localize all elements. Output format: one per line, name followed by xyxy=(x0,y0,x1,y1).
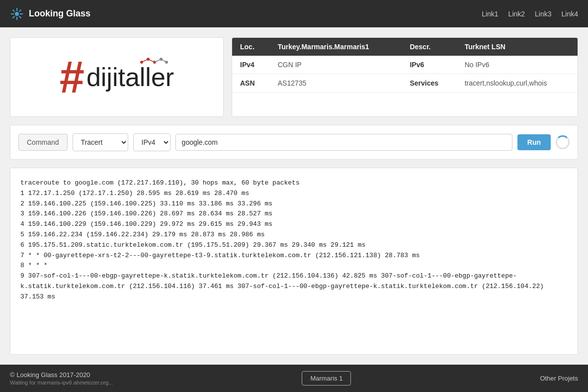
svg-line-15 xyxy=(148,59,155,62)
svg-line-7 xyxy=(19,9,21,11)
row1-col4: No IPv6 xyxy=(457,56,578,74)
logo-content: # dijitaller xyxy=(60,55,174,99)
nav-link4[interactable]: Link4 xyxy=(562,10,578,18)
svg-line-16 xyxy=(155,59,161,62)
table-row: ASN AS12735 Services tracert,nslookup,cu… xyxy=(232,74,578,93)
brand: Looking Glass xyxy=(10,7,90,21)
svg-point-0 xyxy=(15,12,19,16)
footer-right: Other Projets xyxy=(540,375,578,382)
logo-box: # dijitaller xyxy=(10,37,224,117)
svg-line-14 xyxy=(142,59,148,62)
logo-icon xyxy=(10,7,24,21)
info-table: Loc. Turkey.Marmaris.Marmaris1 Descr. Tu… xyxy=(232,38,578,93)
row2-col2: AS12735 xyxy=(270,74,402,93)
col-descr: Descr. xyxy=(402,38,456,56)
header: Looking Glass Link1 Link2 Link3 Link4 xyxy=(0,0,588,27)
marmaris-badge[interactable]: Marmaris 1 xyxy=(302,371,351,386)
command-bar: Command Tracert NSLookup Curl Whois IPv4… xyxy=(10,125,578,160)
row1-col1: IPv4 xyxy=(232,56,270,74)
hash-symbol: # xyxy=(60,55,84,99)
nav-link1[interactable]: Link1 xyxy=(482,10,498,18)
brand-name: dijitaller xyxy=(86,64,174,90)
main-content: # dijitaller xyxy=(0,27,588,365)
row2-col1: ASN xyxy=(232,74,270,93)
svg-line-6 xyxy=(19,16,21,18)
col-location-val: Turkey.Marmaris.Marmaris1 xyxy=(270,38,402,56)
svg-line-17 xyxy=(161,59,167,62)
command-type-select[interactable]: Tracert NSLookup Curl Whois xyxy=(73,133,128,151)
svg-line-8 xyxy=(13,16,15,18)
output-area: traceroute to google.com (172.217.169.11… xyxy=(10,168,578,355)
table-row: IPv4 CGN IP IPv6 No IPv6 xyxy=(232,56,578,74)
svg-line-5 xyxy=(13,9,15,11)
nav-link3[interactable]: Link3 xyxy=(535,10,551,18)
header-nav: Link1 Link2 Link3 Link4 xyxy=(482,10,578,18)
col-descr-val: Turknet LSN xyxy=(457,38,578,56)
footer-left: © Looking Glass 2017-2020 Waiting for ma… xyxy=(10,371,113,386)
run-button[interactable]: Run xyxy=(517,134,551,150)
row2-col3: Services xyxy=(402,74,456,93)
footer-center: Marmaris 1 xyxy=(302,371,351,386)
command-target-input[interactable] xyxy=(175,134,512,151)
row1-col3: IPv6 xyxy=(402,56,456,74)
info-table-wrapper: Loc. Turkey.Marmaris.Marmaris1 Descr. Tu… xyxy=(232,37,578,117)
footer: © Looking Glass 2017-2020 Waiting for ma… xyxy=(0,365,588,392)
col-loc: Loc. xyxy=(232,38,270,56)
command-label: Command xyxy=(18,134,68,151)
dots-decoration-icon xyxy=(139,57,169,67)
footer-waiting: Waiting for marmaris-ipv6.ahmetozer.org.… xyxy=(10,380,113,386)
row2-col4: tracert,nslookup,curl,whois xyxy=(457,74,578,93)
nav-link2[interactable]: Link2 xyxy=(508,10,525,18)
footer-copyright: © Looking Glass 2017-2020 xyxy=(10,371,113,379)
row1-col2: CGN IP xyxy=(270,56,402,74)
top-section: # dijitaller xyxy=(10,37,578,117)
command-version-select[interactable]: IPv4 IPv6 xyxy=(133,133,170,151)
brand-title: Looking Glass xyxy=(29,8,90,19)
loading-spinner xyxy=(556,135,570,149)
